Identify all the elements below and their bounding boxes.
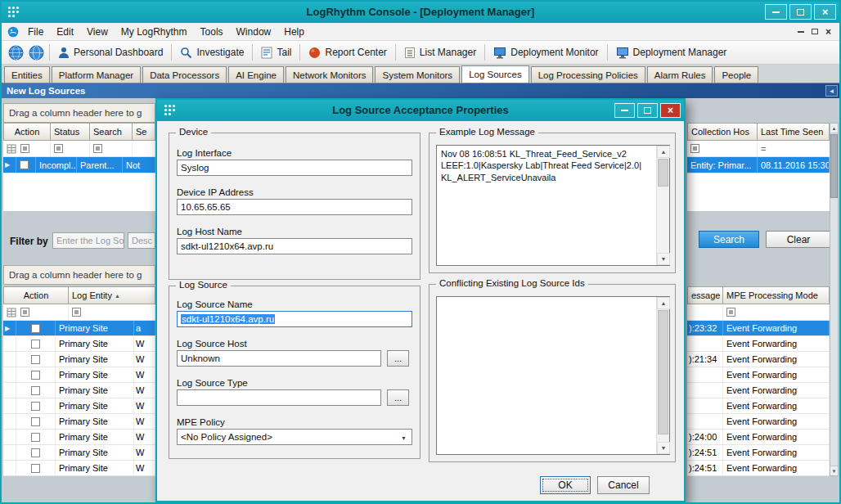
deployment-monitor-button[interactable]: Deployment Monitor — [488, 45, 604, 61]
column-header-action[interactable]: Action — [3, 123, 51, 141]
grid-filter-icon[interactable] — [7, 144, 16, 154]
menu-view[interactable]: View — [80, 23, 115, 40]
table-row[interactable]: Event Forwarding — [687, 414, 830, 430]
row-checkbox[interactable] — [31, 417, 40, 426]
menu-tools[interactable]: Tools — [194, 23, 230, 40]
column-header-status[interactable]: Status — [51, 123, 90, 141]
menu-window[interactable]: Window — [230, 23, 278, 40]
tab-log-processing-policies[interactable]: Log Processing Policies — [531, 66, 645, 83]
row-checkbox[interactable] — [31, 371, 40, 380]
table-row[interactable]: Primary SiteW — [3, 367, 155, 383]
log-source-filter-input[interactable]: Enter the Log Sou — [52, 232, 124, 249]
log-source-type-browse-button[interactable]: ... — [387, 389, 409, 406]
mdi-minimize-icon[interactable] — [798, 31, 804, 33]
investigate-button[interactable]: Investigate — [174, 45, 250, 61]
log-host-name-input[interactable]: sdkt-ul1210x64.avp.ru — [177, 238, 412, 254]
collapse-button[interactable]: ◄ — [825, 85, 838, 97]
scroll-down-icon[interactable]: ▼ — [657, 442, 670, 454]
table-row[interactable]: Primary SiteW — [3, 383, 155, 398]
table-row[interactable]: Event Forwarding — [687, 336, 830, 352]
filter-checkbox[interactable] — [20, 144, 29, 153]
table-row[interactable]: ):24:51Event Forwarding — [687, 461, 830, 476]
table-row[interactable]: Event Forwarding — [687, 367, 830, 383]
menu-help[interactable]: Help — [277, 23, 311, 40]
close-button[interactable]: × — [814, 4, 836, 20]
row-checkbox[interactable] — [31, 402, 40, 411]
description-filter-input[interactable]: Desc — [128, 232, 155, 249]
scroll-down-icon[interactable]: ▼ — [830, 466, 838, 475]
scroll-up-icon[interactable]: ▲ — [657, 297, 670, 309]
group-by-dropzone[interactable]: Drag a column header here to g — [3, 265, 155, 285]
top-right-grid-row[interactable]: Entity: Primar... 08.11.2016 15:30 — [687, 157, 830, 173]
box-scrollbar[interactable]: ▲ ▼ — [656, 297, 669, 454]
table-row[interactable]: Primary SiteW — [3, 352, 155, 367]
log-source-type-input[interactable] — [177, 389, 381, 406]
menu-file[interactable]: File — [21, 23, 50, 40]
table-row[interactable]: Primary SiteW — [3, 398, 155, 414]
row-checkbox[interactable] — [31, 464, 40, 473]
log-source-name-input[interactable]: sdkt-ul1210x64.avp.ru — [177, 311, 412, 327]
clear-button[interactable]: Clear — [766, 231, 831, 248]
tab-platform-manager[interactable]: Platform Manager — [52, 66, 141, 83]
log-source-host-browse-button[interactable]: ... — [387, 350, 409, 367]
deployment-manager-button[interactable]: Deployment Manager — [610, 45, 733, 61]
scroll-up-icon[interactable]: ▲ — [830, 124, 838, 133]
tab-network-monitors[interactable]: Network Monitors — [286, 66, 373, 83]
row-checkbox[interactable] — [31, 386, 40, 395]
row-checkbox[interactable] — [31, 340, 40, 349]
mdi-close-icon[interactable]: × — [825, 28, 831, 36]
table-row[interactable]: ):24:00Event Forwarding — [687, 430, 830, 445]
tab-data-processors[interactable]: Data Processors — [142, 66, 227, 83]
dropdown-arrow-icon[interactable]: ▼ — [401, 435, 407, 441]
report-center-button[interactable]: Report Center — [303, 45, 392, 61]
filter-checkbox[interactable] — [690, 144, 699, 153]
row-checkbox[interactable] — [31, 448, 40, 457]
filter-checkbox[interactable] — [54, 144, 63, 153]
menu-edit[interactable]: Edit — [50, 23, 80, 40]
column-header-search[interactable]: Search — [90, 123, 133, 141]
table-row[interactable]: ):23:32Event Forwarding — [687, 321, 830, 336]
table-row[interactable]: Primary SiteW — [3, 461, 155, 476]
column-header-action[interactable]: Action — [3, 286, 69, 304]
dialog-minimize-button[interactable] — [614, 103, 635, 118]
top-grid-row[interactable]: ▶ Incompl... Parent... Not — [3, 157, 155, 173]
tab-people[interactable]: People — [714, 66, 758, 83]
filter-checkbox[interactable] — [93, 144, 102, 153]
filter-checkbox[interactable] — [72, 308, 81, 317]
log-source-host-input[interactable]: Unknown — [177, 350, 381, 367]
scroll-down-icon[interactable]: ▼ — [657, 253, 670, 265]
column-header-se[interactable]: Se — [133, 123, 155, 141]
search-button[interactable]: Search — [699, 231, 759, 248]
mpe-policy-select[interactable]: <No Policy Assigned> ▼ — [177, 429, 412, 445]
log-interface-input[interactable]: Syslog — [177, 160, 412, 176]
tab-entities[interactable]: Entities — [4, 66, 50, 83]
scroll-up-icon[interactable]: ▲ — [657, 146, 670, 158]
minimize-button[interactable] — [765, 4, 787, 20]
table-row[interactable]: ):21:34Event Forwarding — [687, 352, 830, 367]
column-header-last-time-seen[interactable]: Last Time Seen — [758, 123, 830, 141]
table-row[interactable]: Primary SiteW — [3, 430, 155, 445]
menu-my-logrhythm[interactable]: My LogRhythm — [115, 23, 194, 40]
grid-filter-icon[interactable] — [7, 308, 16, 317]
row-checkbox[interactable] — [20, 160, 29, 169]
cancel-button[interactable]: Cancel — [597, 476, 650, 494]
group-by-dropzone[interactable]: Drag a column header here to g — [3, 103, 155, 123]
device-ip-input[interactable]: 10.65.65.65 — [177, 199, 412, 215]
column-header-log-entity[interactable]: Log Entity▲ — [69, 286, 155, 304]
table-row[interactable]: Primary SiteW — [3, 414, 155, 430]
filter-operator[interactable]: = — [758, 141, 830, 156]
table-row[interactable]: Primary SiteW — [3, 336, 155, 352]
box-scrollbar[interactable]: ▲ ▼ — [656, 146, 669, 265]
filter-checkbox[interactable] — [726, 308, 735, 317]
vertical-scrollbar[interactable]: ▲ ▼ — [830, 123, 839, 476]
tab-log-sources[interactable]: Log Sources — [461, 65, 529, 83]
web-console-button[interactable] — [29, 45, 44, 61]
mdi-restore-icon[interactable] — [812, 29, 818, 34]
column-header-mpe-processing-mode[interactable]: MPE Processing Mode — [723, 286, 830, 304]
example-log-message-box[interactable]: Nov 08 16:08:51 KL_Threat_Feed_Service_v… — [436, 145, 670, 266]
table-row[interactable]: ▶ Primary Site a — [3, 321, 155, 336]
table-row[interactable]: Primary SiteW — [3, 445, 155, 461]
row-checkbox[interactable] — [31, 324, 40, 333]
scrollbar-thumb[interactable] — [658, 310, 668, 434]
table-row[interactable]: ):24:51Event Forwarding — [687, 445, 830, 461]
